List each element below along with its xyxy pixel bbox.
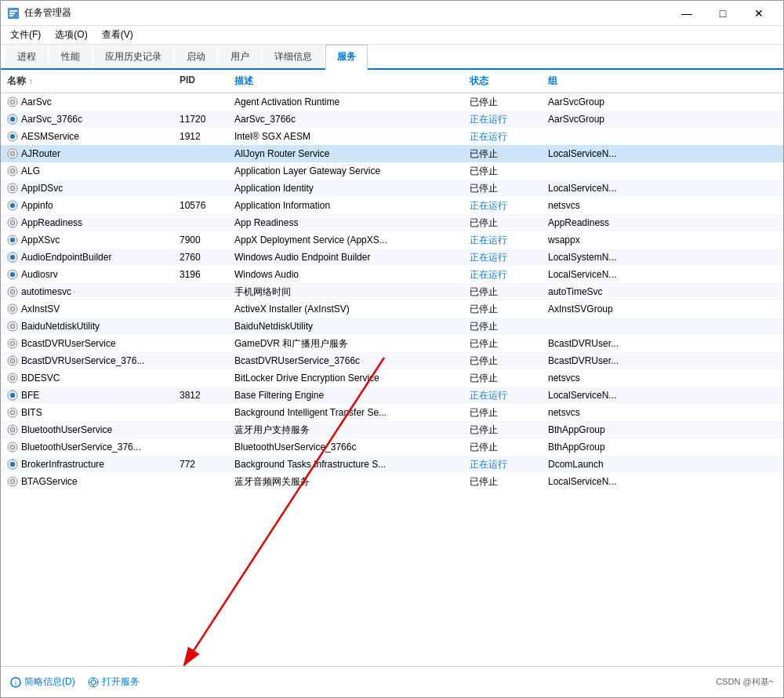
table-row[interactable]: AarSvc Agent Activation Runtime 已停止 AarS… [1, 93, 783, 111]
svg-point-39 [10, 393, 15, 398]
svg-point-47 [10, 462, 15, 467]
svg-point-9 [10, 134, 15, 139]
row-pid-5 [173, 187, 228, 189]
table-row[interactable]: BFE 3812 Base Filtering Engine 正在运行 Loca… [1, 387, 783, 404]
row-status-10: 正在运行 [463, 267, 542, 282]
table-row[interactable]: AudioEndpointBuilder 2760 Windows Audio … [1, 249, 783, 266]
table-row[interactable]: AppReadiness App Readiness 已停止 AppReadin… [1, 214, 783, 231]
row-pid-8: 7900 [173, 234, 228, 246]
tab-services[interactable]: 服务 [325, 45, 368, 70]
row-status-12: 已停止 [463, 302, 542, 317]
row-desc-15: BcastDVRUserService_3766c [228, 354, 463, 367]
menu-file[interactable]: 文件(F) [4, 27, 47, 43]
table-row[interactable]: AppXSvc 7900 AppX Deployment Service (Ap… [1, 231, 783, 249]
row-group-19: BthAppGroup [542, 424, 783, 436]
table-row[interactable]: BITS Background Intelligent Transfer Se.… [1, 404, 783, 421]
row-name-18: BITS [1, 406, 173, 419]
table-row[interactable]: Audiosrv 3196 Windows Audio 正在运行 LocalSe… [1, 266, 783, 283]
service-icon [7, 183, 18, 194]
service-icon [7, 407, 18, 418]
row-group-20: BthAppGroup [542, 441, 783, 453]
brief-info-link[interactable]: i 简略信息(D) [10, 675, 75, 689]
col-header-desc[interactable]: 描述 [228, 73, 463, 89]
tab-app-history[interactable]: 应用历史记录 [93, 45, 173, 68]
col-header-group[interactable]: 组 [542, 73, 783, 89]
svg-point-31 [10, 324, 15, 329]
service-icon [7, 321, 18, 332]
table-row[interactable]: BrokerInfrastructure 772 Background Task… [1, 456, 783, 473]
table-row[interactable]: BcastDVRUserService GameDVR 和广播用户服务 已停止 … [1, 335, 783, 352]
svg-rect-2 [9, 13, 15, 14]
menu-options[interactable]: 选项(O) [49, 27, 93, 43]
service-icon [7, 114, 18, 125]
row-name-4: ALG [1, 165, 173, 177]
svg-point-35 [10, 358, 15, 363]
row-desc-11: 手机网络时间 [228, 285, 463, 300]
row-status-0: 已停止 [463, 95, 542, 110]
table-row[interactable]: AESMService 1912 Intel® SGX AESM 正在运行 [1, 128, 783, 145]
maximize-button[interactable]: □ [705, 1, 741, 26]
table-row[interactable]: BTAGService 蓝牙音频网关服务 已停止 LocalServiceN..… [1, 473, 783, 490]
service-icon [7, 165, 18, 176]
col-header-name[interactable]: 名称 ↑ [1, 73, 173, 89]
col-header-pid[interactable]: PID [173, 73, 228, 89]
title-bar: 任务管理器 — □ ✕ [1, 1, 783, 26]
service-icon [7, 96, 18, 107]
row-pid-12 [173, 308, 228, 310]
svg-rect-1 [9, 10, 17, 12]
table-row[interactable]: BluetoothUserService_376... BluetoothUse… [1, 438, 783, 456]
row-group-17: LocalServiceN... [542, 389, 783, 402]
row-group-5: LocalServiceN... [542, 182, 783, 194]
menu-view[interactable]: 查看(V) [96, 27, 140, 43]
svg-point-27 [10, 289, 15, 294]
services-table-container: 名称 ↑ PID 描述 状态 组 AarSvc Agent Activation… [1, 70, 783, 666]
svg-point-49 [10, 479, 15, 484]
row-desc-14: GameDVR 和广播用户服务 [228, 336, 463, 351]
table-row[interactable]: autotimesvc 手机网络时间 已停止 autoTimeSvc [1, 283, 783, 300]
open-services-link[interactable]: 打开服务 [88, 675, 140, 689]
row-pid-16 [173, 377, 228, 379]
info-icon: i [10, 677, 21, 688]
svg-point-45 [10, 445, 15, 449]
table-row[interactable]: BcastDVRUserService_376... BcastDVRUserS… [1, 352, 783, 369]
svg-point-5 [10, 100, 15, 104]
minimize-button[interactable]: — [669, 1, 705, 26]
close-button[interactable]: ✕ [741, 1, 777, 26]
service-icon [7, 200, 18, 211]
row-pid-0 [173, 101, 228, 103]
service-icon [7, 148, 18, 159]
table-row[interactable]: BaiduNetdiskUtility BaiduNetdiskUtility … [1, 318, 783, 335]
table-row[interactable]: BluetoothUserService 蓝牙用户支持服务 已停止 BthApp… [1, 421, 783, 438]
row-pid-6: 10576 [173, 199, 228, 212]
table-row[interactable]: BDESVC BitLocker Drive Encryption Servic… [1, 369, 783, 387]
row-status-19: 已停止 [463, 423, 542, 438]
col-header-status[interactable]: 状态 [463, 73, 542, 89]
table-row[interactable]: AxInstSV ActiveX Installer (AxInstSV) 已停… [1, 300, 783, 318]
tab-performance[interactable]: 性能 [49, 45, 92, 68]
row-name-10: Audiosrv [1, 268, 173, 281]
table-row[interactable]: AJRouter AllJoyn Router Service 已停止 Loca… [1, 145, 783, 162]
tab-details[interactable]: 详细信息 [263, 45, 324, 68]
row-group-11: autoTimeSvc [542, 285, 783, 298]
svg-point-41 [10, 410, 15, 415]
row-desc-22: 蓝牙音频网关服务 [228, 474, 463, 489]
tab-processes[interactable]: 进程 [5, 45, 48, 68]
row-name-12: AxInstSV [1, 303, 173, 315]
table-row[interactable]: AppIDSvc Application Identity 已停止 LocalS… [1, 180, 783, 197]
tab-startup[interactable]: 启动 [175, 45, 217, 68]
row-desc-17: Base Filtering Engine [228, 389, 463, 402]
row-status-14: 已停止 [463, 336, 542, 351]
table-row[interactable]: AarSvc_3766c 11720 AarSvc_3766c 正在运行 Aar… [1, 111, 783, 128]
table-row[interactable]: Appinfo 10576 Application Information 正在… [1, 197, 783, 214]
table-row[interactable]: ALG Application Layer Gateway Service 已停… [1, 162, 783, 180]
tab-users[interactable]: 用户 [219, 45, 261, 68]
svg-point-33 [10, 341, 15, 346]
svg-point-25 [10, 272, 15, 277]
svg-point-15 [10, 186, 15, 191]
row-pid-21: 772 [173, 458, 228, 471]
tab-bar: 进程 性能 应用历史记录 启动 用户 详细信息 服务 [1, 45, 783, 70]
row-pid-3 [173, 153, 228, 155]
row-status-4: 已停止 [463, 164, 542, 179]
row-name-5: AppIDSvc [1, 182, 173, 194]
row-status-20: 已停止 [463, 440, 542, 455]
